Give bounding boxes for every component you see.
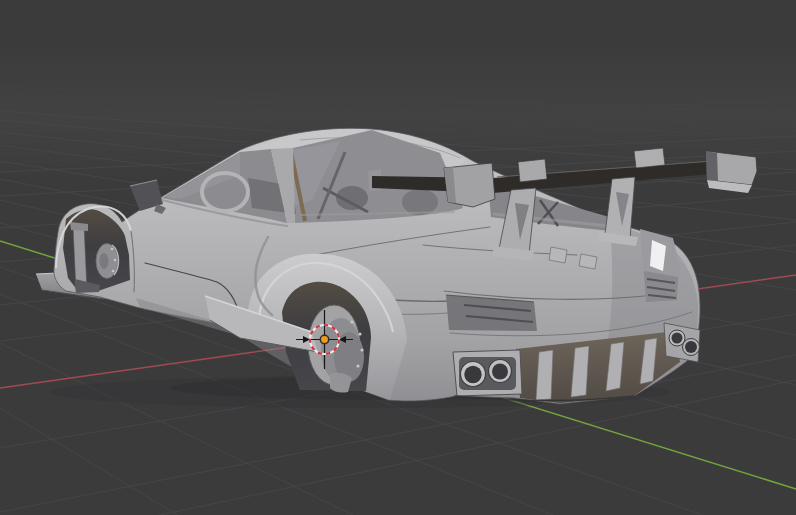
cursor-center-dot (320, 335, 328, 343)
wing-endplate-left (444, 163, 495, 207)
seat (402, 189, 438, 215)
exhaust-left-pair[interactable] (453, 350, 522, 396)
wing-mount-tab (518, 159, 547, 182)
deck-tab (549, 247, 567, 263)
viewport-canvas[interactable] (0, 0, 796, 515)
deck-tab (579, 254, 597, 269)
diffuser-fin (536, 350, 553, 400)
viewport-3d[interactable] (0, 0, 796, 515)
wing-endplate-right (706, 151, 757, 193)
exhaust-right-pair[interactable] (664, 323, 700, 362)
wing-mount-tab (634, 148, 665, 168)
